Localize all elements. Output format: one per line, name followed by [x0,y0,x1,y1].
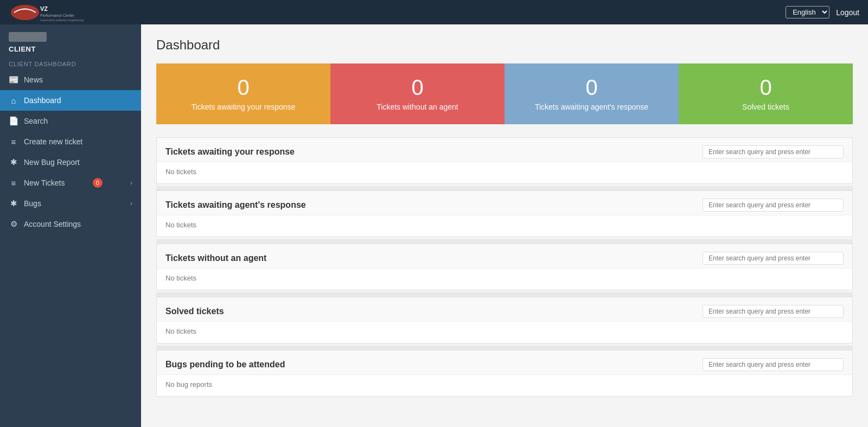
sidebar-avatar [9,32,47,42]
ticket-section-title-awaiting-agent-response: Tickets awaiting agent's response [165,200,306,210]
new-tickets-label: New Tickets [24,179,65,187]
bugs-icon: ✱ [9,199,18,208]
ticket-section-body-solved: No tickets [157,322,852,343]
sidebar-user-area: CLIENT [0,24,141,56]
ticket-section-header-without-agent: Tickets without an agent [157,244,852,269]
sidebar-item-new-bug-report[interactable]: ✱New Bug Report [0,152,141,173]
search-label: Search [24,117,48,125]
stat-card-3: 0Solved tickets [679,63,853,124]
ticket-section-body-awaiting-agent-response: No tickets [157,215,852,237]
stat-card-0: 0Tickets awaiting your response [156,63,330,124]
stat-number-3: 0 [760,77,771,98]
ticket-section-title-awaiting-response: Tickets awaiting your response [165,147,295,157]
top-nav-right: English Logout [786,6,859,18]
create-ticket-label: Create new ticket [24,137,82,146]
ticket-section-title-solved: Solved tickets [165,307,224,316]
news-label: News [24,75,43,84]
section-gap [156,239,853,244]
ticket-search-input-solved[interactable] [703,305,844,318]
ticket-section-body-bugs-pending: No bug reports [157,375,852,396]
ticket-section-title-without-agent: Tickets without an agent [165,253,266,263]
stat-card-2: 0Tickets awaiting agent's response [505,63,679,124]
sidebar-items-container: 📰News⌂Dashboard📄Search≡Create new ticket… [0,69,141,234]
ticket-section-header-awaiting-agent-response: Tickets awaiting agent's response [157,191,852,215]
page-title: Dashboard [156,37,853,53]
ticket-section-title-bugs-pending: Bugs pending to be attended [165,360,285,369]
new-tickets-icon: ≡ [9,178,18,188]
dashboard-icon: ⌂ [9,95,18,105]
sidebar-user-label: CLIENT [9,45,132,53]
new-bug-report-icon: ✱ [9,157,18,167]
logo: VZ Performance Center Automotive softwar… [9,3,95,22]
ticket-search-input-awaiting-agent-response[interactable] [703,199,844,212]
stat-number-2: 0 [585,77,597,98]
sidebar-item-new-tickets[interactable]: ≡New Tickets0› [0,173,141,193]
app-body: CLIENT CLIENT DASHBOARD 📰News⌂Dashboard📄… [0,24,868,427]
account-settings-icon: ⚙ [9,219,18,229]
stat-cards: 0Tickets awaiting your response0Tickets … [156,63,853,124]
logo-area: VZ Performance Center Automotive softwar… [9,3,95,22]
ticket-section-bugs-pending: Bugs pending to be attendedNo bug report… [156,350,853,397]
ticket-section-awaiting-agent-response: Tickets awaiting agent's responseNo tick… [156,190,853,237]
sidebar-item-bugs[interactable]: ✱Bugs› [0,193,141,214]
ticket-section-header-solved: Solved tickets [157,297,852,322]
section-gap [156,346,853,350]
ticket-search-input-without-agent[interactable] [703,252,844,265]
ticket-section-header-awaiting-response: Tickets awaiting your response [157,138,852,162]
sidebar-item-search[interactable]: 📄Search [0,111,141,131]
ticket-section-solved: Solved ticketsNo tickets [156,297,853,343]
svg-text:Performance Center: Performance Center [40,14,75,17]
bugs-chevron-icon: › [130,200,132,207]
sidebar-item-account-settings[interactable]: ⚙Account Settings [0,214,141,234]
sidebar-item-create-ticket[interactable]: ≡Create new ticket [0,131,141,152]
new-tickets-badge: 0 [93,178,103,188]
sidebar: CLIENT CLIENT DASHBOARD 📰News⌂Dashboard📄… [0,24,141,427]
account-settings-label: Account Settings [24,220,81,228]
ticket-search-input-bugs-pending[interactable] [703,358,844,371]
new-tickets-chevron-icon: › [130,179,132,187]
language-select[interactable]: English [786,6,829,18]
stat-card-1: 0Tickets without an agent [330,63,505,124]
logout-button[interactable]: Logout [836,8,859,17]
ticket-section-awaiting-response: Tickets awaiting your responseNo tickets [156,137,853,184]
stat-number-1: 0 [411,77,423,98]
ticket-section-without-agent: Tickets without an agentNo tickets [156,244,853,290]
dashboard-label: Dashboard [24,96,61,105]
create-ticket-icon: ≡ [9,137,18,146]
news-icon: 📰 [9,75,18,85]
stat-label-2: Tickets awaiting agent's response [535,103,648,111]
sidebar-section-label: CLIENT DASHBOARD [0,56,141,69]
sidebar-item-news[interactable]: 📰News [0,69,141,90]
main-content: Dashboard 0Tickets awaiting your respons… [141,24,868,427]
svg-text:VZ: VZ [40,5,48,12]
stat-number-0: 0 [237,77,249,98]
ticket-section-header-bugs-pending: Bugs pending to be attended [157,350,852,375]
ticket-search-input-awaiting-response[interactable] [703,145,844,158]
new-bug-report-label: New Bug Report [24,158,80,167]
ticket-section-body-awaiting-response: No tickets [157,162,852,183]
bugs-label: Bugs [24,199,41,208]
section-gap [156,292,853,297]
svg-text:Automotive software engineerin: Automotive software engineering [40,18,84,22]
stat-label-0: Tickets awaiting your response [192,103,296,111]
ticket-section-body-without-agent: No tickets [157,269,852,290]
section-gap [156,186,853,190]
stat-label-1: Tickets without an agent [376,103,458,111]
stat-label-3: Solved tickets [742,103,789,111]
sidebar-item-dashboard[interactable]: ⌂Dashboard [0,90,141,111]
sections-container: Tickets awaiting your responseNo tickets… [156,137,853,397]
search-icon: 📄 [9,116,18,126]
top-nav: VZ Performance Center Automotive softwar… [0,0,868,24]
